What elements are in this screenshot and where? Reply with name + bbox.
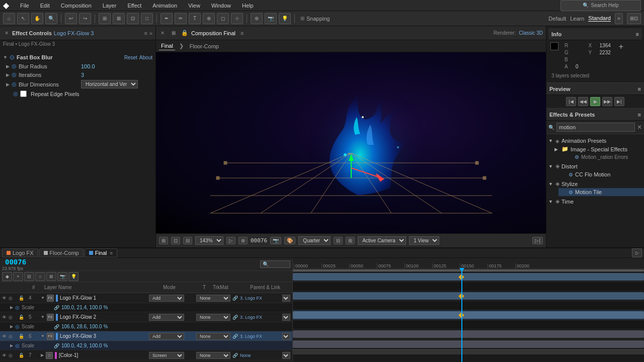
layer6-eye[interactable]: 👁 [2,334,7,339]
tab-floor-comp[interactable]: Floor-Comp [188,42,221,50]
layer5-parent[interactable]: 3. Logo FX [240,315,280,320]
layer7-parent-select[interactable]: ▼ [282,352,290,359]
layer5-scale-value[interactable]: 106.6, 28.6, 100.0 % [61,324,108,329]
layer5-lock[interactable]: 🔓 [19,315,27,320]
layer4-name[interactable]: Logo FX-Glow 1 [60,295,147,301]
info-menu[interactable]: ≡ [636,31,639,37]
layer5-eye[interactable]: 👁 [2,315,7,320]
add-shape-btn[interactable]: ○ [35,272,45,281]
select-btn[interactable]: ↖ [17,13,29,24]
layer4-lock[interactable]: 🔓 [19,296,27,301]
menu-view[interactable]: View [186,2,202,10]
color-swatch[interactable] [550,42,558,50]
layer6-parent-select[interactable]: ▼ [282,333,290,340]
layer6-lock[interactable]: 🔓 [19,334,27,339]
layer4-mode-select[interactable]: Add [149,295,184,302]
layer6-solo[interactable]: ◎ [9,334,17,339]
time-header[interactable]: ▼ ◈ Time [546,197,644,206]
comp-view-btn[interactable]: ⊡ [171,237,180,244]
brush-btn[interactable]: ✏ [175,13,187,24]
layer5-parent-select[interactable]: ▼ [282,314,290,321]
rect-btn[interactable]: □ [141,13,153,24]
menu-effect[interactable]: Effect [125,2,143,10]
layer7-trkmat-select[interactable]: None [196,352,230,359]
effects-menu[interactable]: ≡ [638,112,641,118]
layer5-name[interactable]: Logo FX-Glow 2 [60,314,147,320]
fx-about-btn[interactable]: About [139,55,152,60]
region-btn[interactable]: ⊞ [346,237,355,244]
anchor-btn[interactable]: ⊛ [251,13,263,24]
image-effects-header[interactable]: ▶ 📁 Image - Special Effects [552,145,644,153]
search-help-btn[interactable]: 🔍 Search Help [560,0,641,11]
layer5-trkmat-select[interactable]: None [196,314,230,321]
redo-btn[interactable]: ↪ [79,13,91,24]
transparency-btn[interactable]: ⊟ [334,237,343,244]
layer7-parent[interactable]: None [240,353,280,358]
more-options-btn[interactable]: ⊞⊡ [627,13,641,24]
tab-logo-fx[interactable]: Logo FX [2,248,38,257]
layer5-expand[interactable]: ▼ [41,315,45,319]
step-fwd-btn[interactable]: ▶▶ [602,97,612,106]
layer7-expand[interactable]: ▶ [41,353,44,357]
tab-floor-comp[interactable]: Floor-Comp [39,248,84,257]
layer6-parent[interactable]: 3. Logo FX [240,334,280,339]
menu-animation[interactable]: Animation [150,2,179,10]
comp-extra-btn[interactable]: ▷| [532,237,543,244]
pen-btn[interactable]: ✒ [160,13,173,24]
add-color-btn[interactable]: + [619,42,623,51]
blur-radius-expand[interactable]: ▶ [6,64,10,69]
quality-select[interactable]: Quarter [298,236,331,245]
menu-composition[interactable]: Composition [59,2,94,10]
panel-close-btn[interactable]: ✕ [3,30,10,37]
layer6-expand[interactable]: ▼ [41,334,45,338]
blur-radius-value[interactable]: 100.0 [81,63,95,69]
iterations-expand[interactable]: ▶ [6,72,10,77]
tab-final[interactable]: Final [159,42,175,50]
layer-search-input[interactable] [260,260,290,268]
preview-menu[interactable]: ≡ [638,86,641,92]
panel-menu-btn[interactable]: ≡ [144,30,147,36]
add-layer-btn[interactable]: + [13,272,23,281]
zoom-select[interactable]: 143% [195,236,223,245]
comp-settings-btn[interactable]: ⊞ [159,237,168,244]
repeat-edge-checkbox[interactable] [20,90,27,97]
layer4-solo[interactable]: ◎ [9,296,17,301]
layer7-mode-select[interactable]: Screen [149,352,184,359]
zoom-tool-btn[interactable]: 🔍 [45,13,57,24]
settings-btn[interactable]: ⊠ [113,13,125,24]
blur-dim-expand[interactable]: ▶ [6,82,10,87]
add-null-btn[interactable]: ⊞ [46,272,56,281]
menu-window[interactable]: Window [209,2,233,10]
camera-btn[interactable]: 📷 [265,13,277,24]
iterations-value[interactable]: 3 [81,72,84,78]
workspace-standard[interactable]: Standard [588,15,611,22]
hand-btn[interactable]: ✋ [31,13,43,24]
skip-to-start-btn[interactable]: |◀ [566,97,576,106]
motion-tile-tree-item[interactable]: ⚙ Motion Tile [558,188,644,196]
search-clear-btn[interactable]: ✕ [637,124,642,131]
animation-presets-header[interactable]: ▼ ◈ Animation Presets [546,137,644,145]
tl-scroll[interactable] [293,349,644,354]
tl-extra-btn[interactable]: ▷ [632,248,642,257]
eraser-btn[interactable]: ◻ [217,13,229,24]
menu-edit[interactable]: Edit [38,2,52,10]
pixel-aspect-btn[interactable]: ⊛ [238,237,248,244]
add-camera-btn[interactable]: 📷 [57,272,67,281]
layer7-lock[interactable]: 🔓 [19,353,27,358]
renderer-value[interactable]: Classic 3D [519,30,543,36]
comp-grid2-btn[interactable]: ⊟ [183,237,192,244]
layer4-trkmat-select[interactable]: None [196,295,230,302]
fx-reset-btn[interactable]: Reset [124,55,137,60]
comp-marker-btn[interactable]: ◆ [2,272,12,281]
layer4-scale-value[interactable]: 100.0, 21.4, 100.0 % [61,305,108,310]
stylize-header[interactable]: ▼ ◈ Stylize [546,179,644,188]
text-btn[interactable]: T [189,13,201,24]
fx-header[interactable]: ▼ ⊙ Fast Box Blur Reset About [3,53,152,62]
layer5-solo[interactable]: ◎ [9,315,17,320]
more-workspaces-btn[interactable]: » [615,13,623,24]
menu-help[interactable]: Help [240,2,256,10]
layer5-mode-select[interactable]: Add [149,314,184,321]
color-display-btn[interactable]: 🎨 [284,237,295,244]
new-comp-btn[interactable]: ⊞ [99,13,111,24]
layer4-expand[interactable]: ▼ [41,296,45,300]
